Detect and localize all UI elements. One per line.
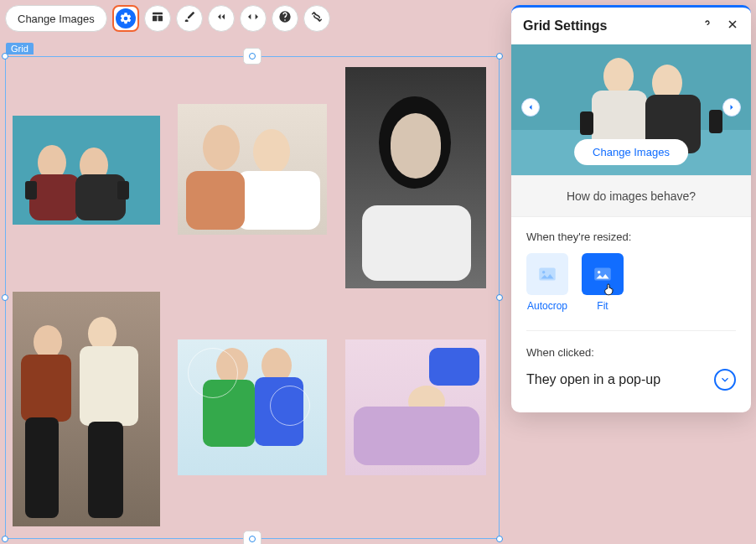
option-fit-label: Fit (597, 300, 608, 312)
image-icon (526, 253, 568, 295)
change-images-button[interactable]: Change Images (5, 5, 107, 32)
hero-change-images-button[interactable]: Change Images (574, 139, 688, 165)
option-autocrop-label: Autocrop (527, 300, 567, 312)
image-icon (582, 253, 624, 295)
svg-rect-0 (153, 13, 163, 15)
grid-image[interactable] (345, 339, 486, 475)
svg-point-6 (598, 271, 600, 273)
grid-image[interactable] (178, 339, 327, 475)
resize-handle[interactable] (496, 536, 503, 542)
clicked-value: They open in a pop-up (526, 372, 660, 387)
help-icon (278, 10, 292, 27)
resize-handle[interactable] (2, 294, 8, 301)
option-fit[interactable]: Fit (582, 253, 624, 312)
divider (526, 330, 736, 331)
resize-section: When they're resized: Autocrop Fit (511, 217, 751, 327)
panel-header: Grid Settings (511, 8, 751, 44)
stretch-icon (246, 10, 260, 27)
selection-label: Grid (6, 43, 34, 54)
resize-label: When they're resized: (526, 231, 736, 243)
resize-handle[interactable] (249, 536, 256, 542)
double-chevron-left-icon (215, 10, 228, 27)
behave-question: How do images behave? (511, 175, 751, 217)
brush-icon (183, 10, 196, 27)
layout-icon (151, 10, 164, 27)
grid-image[interactable] (13, 292, 160, 526)
stretch-button[interactable] (240, 5, 267, 32)
hero-next-button[interactable] (722, 98, 741, 117)
hero-prev-button[interactable] (521, 98, 540, 117)
panel-help-button[interactable] (701, 18, 714, 34)
hero-change-images-label: Change Images (593, 146, 670, 158)
panel-title: Grid Settings (523, 18, 607, 34)
resize-handle[interactable] (496, 53, 503, 60)
grid-settings-panel: Grid Settings Change Images How do image… (511, 5, 751, 412)
swap-icon (310, 10, 324, 27)
clicked-dropdown[interactable]: They open in a pop-up (526, 369, 736, 391)
svg-point-4 (542, 271, 545, 273)
resize-handle[interactable] (2, 536, 8, 542)
resize-handle[interactable] (2, 53, 8, 60)
grid-image[interactable] (178, 104, 327, 235)
more-button[interactable] (303, 5, 330, 32)
resize-handle[interactable] (249, 53, 256, 60)
toolbar: Change Images (5, 5, 330, 32)
animation-button[interactable] (208, 5, 235, 32)
change-images-label: Change Images (18, 13, 95, 25)
clicked-label: When clicked: (526, 346, 736, 359)
hand-cursor-icon (602, 282, 617, 300)
resize-handle[interactable] (496, 294, 503, 301)
panel-hero: Change Images (511, 44, 751, 175)
gear-icon (116, 8, 136, 28)
design-button[interactable] (176, 5, 203, 32)
settings-button[interactable] (112, 5, 139, 32)
layout-button[interactable] (144, 5, 171, 32)
option-autocrop[interactable]: Autocrop (526, 253, 568, 312)
svg-rect-2 (158, 16, 162, 22)
help-button[interactable] (272, 5, 298, 32)
svg-rect-1 (153, 16, 157, 22)
grid-image[interactable] (345, 67, 486, 288)
chevron-down-icon (714, 369, 736, 391)
grid-selection[interactable]: Grid (5, 56, 500, 539)
clicked-section: When clicked: They open in a pop-up (511, 334, 751, 412)
grid-image[interactable] (13, 116, 160, 225)
panel-close-button[interactable] (726, 18, 739, 34)
